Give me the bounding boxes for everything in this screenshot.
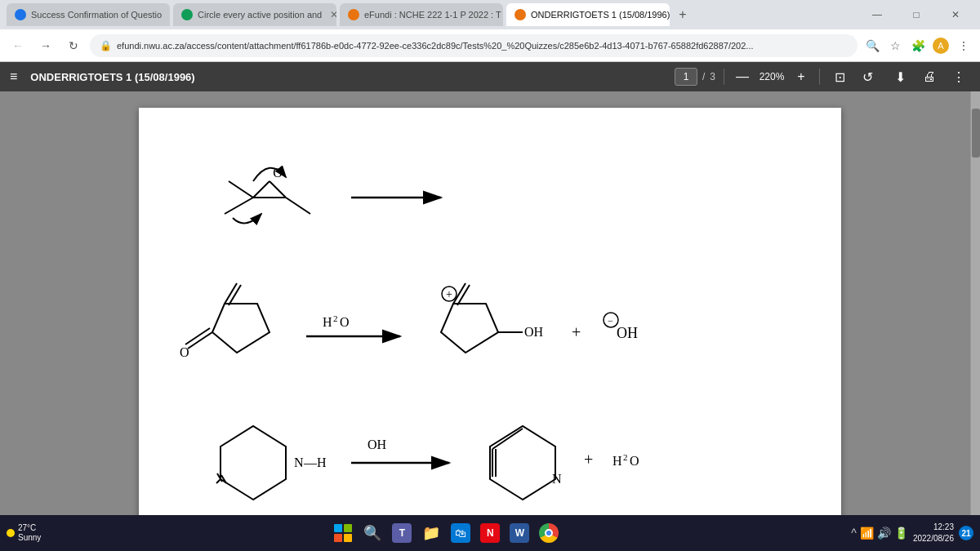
svg-text:N: N (552, 472, 562, 486)
weather-icon (7, 529, 15, 537)
search-icon[interactable]: 🔍 (862, 36, 882, 56)
forward-button[interactable]: → (34, 34, 57, 57)
tab-3-label: eFundi : NCHE 222 1-1 P 2022 : T (364, 10, 501, 20)
address-input[interactable]: 🔒 efundi.nwu.ac.za/access/content/attach… (90, 34, 858, 57)
word-button[interactable]: W (506, 520, 532, 546)
weather-condition: Sunny (18, 533, 41, 543)
pdf-controls: / 3 — 220% + ⊡ ↺ (675, 65, 879, 88)
svg-marker-18 (441, 304, 498, 353)
extension-icon[interactable]: 🧩 (908, 36, 928, 56)
browser-frame: Success Confirmation of Questio ✕ Circle… (0, 0, 980, 551)
pdf-menu-icon[interactable]: ≡ (10, 69, 17, 84)
svg-text:H: H (323, 315, 332, 329)
pdf-more-button[interactable]: ⋮ (947, 65, 970, 88)
chemistry-svg: O (172, 132, 825, 515)
tab-2-label: Circle every active position and (198, 10, 322, 20)
netflix-button[interactable]: N (477, 520, 503, 546)
svg-text:+: + (572, 323, 581, 341)
notification-badge[interactable]: 21 (959, 526, 973, 540)
tab-4[interactable]: ONDERRIGTOETS 1 (15/08/1996) ✕ (506, 3, 670, 26)
back-button[interactable]: ← (7, 34, 29, 57)
tray-chevron[interactable]: ^ (851, 527, 857, 540)
clock-time: 12:23 (913, 522, 954, 533)
pdf-page-input[interactable] (675, 68, 697, 86)
tray-battery[interactable]: 🔋 (894, 527, 908, 540)
refresh-button[interactable]: ↻ (62, 34, 85, 57)
tab-2[interactable]: Circle every active position and ✕ (173, 3, 336, 26)
svg-line-42 (492, 429, 523, 449)
svg-text:H: H (317, 455, 327, 469)
tray-volume[interactable]: 🔊 (877, 527, 891, 540)
address-text: efundi.nwu.ac.za/access/content/attachme… (117, 41, 754, 51)
weather-info: 27°C Sunny (7, 523, 41, 543)
svg-text:O: O (630, 454, 639, 468)
pdf-download-button[interactable]: ⬇ (889, 65, 911, 88)
profile-icon[interactable]: A (931, 36, 951, 56)
title-bar: Success Confirmation of Questio ✕ Circle… (0, 0, 980, 29)
windows-icon (334, 524, 352, 542)
svg-text:OH: OH (617, 325, 638, 341)
pdf-toolbar-right: ⬇ 🖨 ⋮ (889, 65, 970, 88)
weather-temp: 27°C (18, 523, 41, 533)
maximize-button[interactable]: □ (898, 0, 934, 29)
taskbar-left: 27°C Sunny (7, 523, 41, 543)
pdf-title: ONDERRIGTOETS 1 (15/08/1996) (30, 71, 665, 83)
taskbar-center: 🔍 T 📁 🛍 N W (44, 520, 848, 546)
store-button[interactable]: 🛍 (448, 520, 474, 546)
pdf-rotate-button[interactable]: ↺ (856, 65, 879, 88)
svg-text:+: + (446, 288, 452, 300)
new-tab-button[interactable]: + (673, 5, 693, 24)
pdf-divider-1 (724, 69, 724, 85)
teams-button[interactable]: T (389, 520, 415, 546)
tray-network[interactable]: 📶 (860, 527, 874, 540)
svg-line-6 (286, 198, 310, 214)
tab-2-close[interactable]: ✕ (330, 9, 336, 20)
svg-text:N: N (294, 455, 304, 469)
search-taskbar-button[interactable]: 🔍 (359, 520, 385, 546)
reaction-3-group: N — H OH N + (216, 426, 639, 500)
clock-date: 2022/08/26 (913, 533, 954, 544)
tab-1[interactable]: Success Confirmation of Questio ✕ (7, 3, 170, 26)
address-icons: 🔍 ☆ 🧩 A ⋮ (862, 36, 973, 56)
file-explorer-button[interactable]: 📁 (418, 520, 444, 546)
svg-text:O: O (340, 315, 350, 329)
svg-line-30 (216, 479, 220, 483)
pdf-content: O (0, 91, 980, 515)
tab-3[interactable]: eFundi : NCHE 222 1-1 P 2022 : T ✕ (340, 3, 503, 26)
taskbar-right: ^ 📶 🔊 🔋 12:23 2022/08/26 21 (851, 522, 973, 544)
svg-line-4 (229, 181, 253, 198)
svg-line-5 (225, 198, 253, 214)
pdf-toolbar: ≡ ONDERRIGTOETS 1 (15/08/1996) / 3 — 220… (0, 62, 980, 91)
close-button[interactable]: ✕ (938, 0, 973, 29)
tab-3-icon (348, 9, 359, 20)
svg-text:2: 2 (333, 313, 338, 323)
pdf-fit-button[interactable]: ⊡ (828, 65, 851, 88)
tab-1-label: Success Confirmation of Questio (31, 10, 162, 20)
pdf-page-total: 3 (710, 71, 715, 82)
scrollbar-thumb[interactable] (972, 109, 980, 158)
system-clock[interactable]: 12:23 2022/08/26 (913, 522, 954, 544)
pdf-divider-2 (819, 69, 820, 85)
pdf-zoom-minus[interactable]: — (733, 67, 752, 87)
minimize-button[interactable]: — (859, 0, 895, 29)
pdf-zoom-level: 220% (757, 71, 786, 82)
menu-icon[interactable]: ⋮ (954, 36, 973, 56)
svg-marker-29 (220, 426, 286, 500)
chrome-button[interactable] (536, 520, 562, 546)
tab-2-icon (181, 9, 193, 20)
svg-line-2 (253, 181, 270, 198)
tab-1-icon (15, 9, 26, 20)
pdf-zoom-plus[interactable]: + (791, 67, 811, 87)
pdf-print-button[interactable]: 🖨 (918, 65, 941, 88)
svg-text:−: − (608, 315, 613, 327)
pdf-page: O (139, 108, 841, 515)
vertical-scrollbar[interactable] (970, 91, 980, 515)
bookmark-icon[interactable]: ☆ (885, 36, 905, 56)
address-bar: ← → ↻ 🔒 efundi.nwu.ac.za/access/content/… (0, 29, 980, 62)
svg-text:OH: OH (368, 438, 387, 451)
pdf-page-sep: / (702, 71, 705, 82)
window-controls: — □ ✕ (859, 0, 973, 29)
windows-button[interactable] (330, 520, 356, 546)
svg-marker-39 (490, 426, 555, 500)
svg-text:H: H (612, 454, 622, 468)
